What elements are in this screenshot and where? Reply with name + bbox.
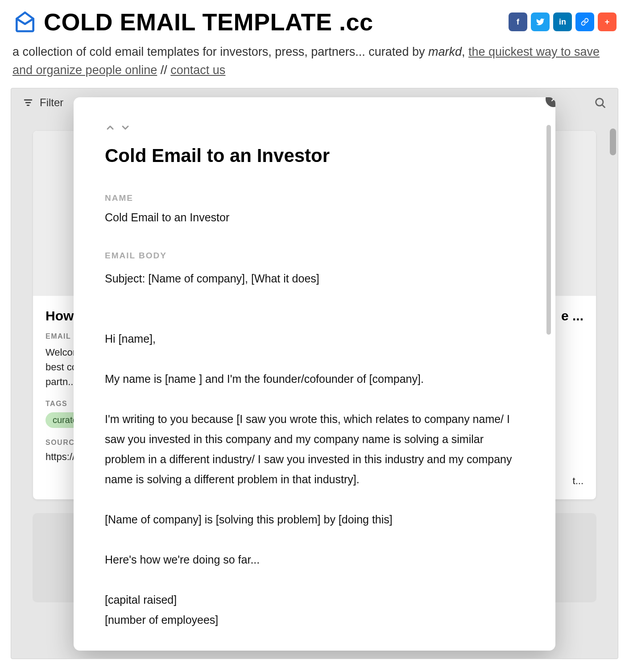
header: COLD EMAIL TEMPLATE .cc f in +	[0, 0, 629, 36]
twitter-button[interactable]	[531, 12, 550, 31]
close-icon	[550, 97, 555, 103]
chevron-down-icon	[120, 122, 131, 133]
twitter-icon	[536, 17, 545, 26]
email-body: Subject: [Name of company], [What it doe…	[105, 269, 524, 630]
link-button[interactable]	[575, 12, 594, 31]
envelope-icon	[12, 9, 37, 34]
plus-button[interactable]: +	[598, 12, 617, 31]
close-button[interactable]	[546, 97, 555, 107]
nav-arrows	[105, 122, 524, 136]
subhead: a collection of cold email templates for…	[0, 36, 629, 88]
modal-overlay: Cold Email to an Investor NAME Cold Emai…	[11, 88, 618, 659]
social-row: f in +	[509, 12, 617, 31]
next-arrow[interactable]	[120, 122, 131, 136]
site-title: COLD EMAIL TEMPLATE .cc	[44, 8, 373, 36]
modal: Cold Email to an Investor NAME Cold Emai…	[74, 97, 555, 651]
app-frame: Filter How To Use... EMAIL BODY Welcome …	[11, 88, 618, 659]
chevron-up-icon	[105, 122, 116, 133]
name-label: NAME	[105, 193, 524, 203]
linkedin-button[interactable]: in	[553, 12, 572, 31]
logo-title: COLD EMAIL TEMPLATE .cc	[12, 8, 373, 36]
prev-arrow[interactable]	[105, 122, 116, 136]
modal-scrollbar[interactable]	[546, 125, 551, 335]
body-label: EMAIL BODY	[105, 251, 524, 261]
facebook-button[interactable]: f	[509, 12, 527, 31]
link-icon	[581, 18, 589, 26]
name-value: Cold Email to an Investor	[105, 211, 524, 224]
markd-name: markd	[428, 45, 462, 58]
modal-title: Cold Email to an Investor	[105, 145, 524, 166]
contact-link[interactable]: contact us	[170, 63, 225, 77]
